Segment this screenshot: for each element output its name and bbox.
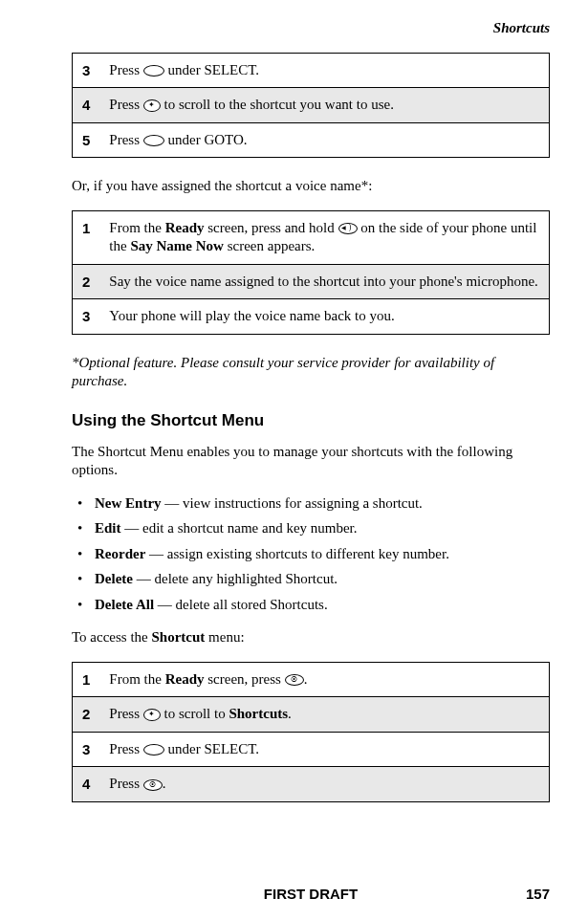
table-row: 3 Press under SELECT. — [73, 732, 549, 767]
step-text: From the Ready screen, press ⦿. — [99, 663, 549, 697]
text-bold: Shortcut — [152, 629, 206, 645]
nav-icon — [143, 99, 161, 112]
text-span: under SELECT. — [164, 741, 259, 756]
desc: — delete any highlighted Shortcut. — [133, 571, 338, 586]
step-text: Say the voice name assigned to the short… — [99, 264, 549, 299]
speaker-icon — [338, 223, 358, 234]
text-span: Press — [109, 97, 142, 112]
step-number: 4 — [73, 88, 99, 123]
term: Reorder — [95, 546, 145, 561]
text-span: . — [163, 776, 166, 791]
list-item: Reorder — assign existing shortcuts to d… — [72, 545, 550, 564]
subheading: Using the Shortcut Menu — [72, 410, 550, 431]
access-intro: To access the Shortcut menu: — [72, 628, 550, 647]
button-icon — [143, 744, 164, 756]
steps-table-3: 1 From the Ready screen, press ⦿. 2 Pres… — [72, 662, 550, 802]
step-number: 2 — [73, 264, 99, 299]
text-span: Press — [109, 132, 142, 147]
text-span: Press — [109, 706, 142, 721]
text-span: menu: — [205, 629, 244, 645]
page-number: 157 — [526, 885, 550, 904]
table-row: 1 From the Ready screen, press ⦿. — [73, 663, 549, 697]
text-span: From the — [109, 671, 164, 687]
step-text: Press to scroll to Shortcuts. — [99, 697, 549, 733]
menu-icon: ⦿ — [285, 674, 304, 686]
draft-label: FIRST DRAFT — [264, 885, 358, 904]
step-text: Press under GOTO. — [99, 122, 549, 157]
step-number: 1 — [73, 663, 99, 697]
text-span: . — [304, 671, 308, 687]
table-row: 3 Your phone will play the voice name ba… — [73, 299, 549, 334]
steps-table-1: 3 Press under SELECT. 4 Press to scroll … — [72, 53, 550, 159]
intro-text: Or, if you have assigned the shortcut a … — [72, 177, 550, 196]
text-bold: Ready — [165, 671, 205, 687]
list-item: Delete All — delete all stored Shortcuts… — [72, 596, 550, 615]
button-icon — [143, 65, 164, 77]
step-text: Press to scroll to the shortcut you want… — [99, 88, 549, 123]
text-span: screen, press and hold — [205, 220, 338, 235]
term: New Entry — [95, 495, 162, 511]
table-row: 4 Press to scroll to the shortcut you wa… — [73, 88, 549, 123]
text-span: Press — [109, 62, 142, 77]
step-text: From the Ready screen, press and hold on… — [99, 211, 549, 265]
text-span: . — [288, 706, 292, 721]
text-span: under SELECT. — [164, 62, 259, 77]
nav-icon — [143, 709, 161, 721]
text-bold: Ready — [165, 220, 205, 235]
term: Edit — [95, 520, 121, 536]
term: Delete — [95, 571, 133, 586]
table-row: 2 Press to scroll to Shortcuts. — [73, 697, 549, 733]
text-span: Press — [109, 741, 142, 756]
step-number: 2 — [73, 697, 99, 733]
text-span: screen, press — [205, 671, 285, 687]
menu-icon: ⦿ — [143, 779, 163, 791]
text-span: From the — [109, 220, 164, 235]
step-number: 4 — [73, 767, 99, 801]
desc: — edit a shortcut name and key number. — [121, 520, 358, 536]
text-span: Press — [109, 776, 142, 791]
table-row: 5 Press under GOTO. — [73, 122, 549, 157]
text-span: screen appears. — [224, 238, 315, 253]
step-number: 3 — [73, 732, 99, 767]
list-item: New Entry — view instructions for assign… — [72, 494, 550, 514]
text-bold: Shortcuts — [229, 706, 288, 721]
page-footer: FIRST DRAFT 157 — [72, 885, 550, 904]
step-text: Press under SELECT. — [99, 732, 549, 767]
desc: — delete all stored Shortcuts. — [154, 597, 328, 612]
step-number: 5 — [73, 122, 99, 157]
step-text: Your phone will play the voice name back… — [99, 299, 549, 334]
step-text: Press ⦿. — [99, 767, 549, 801]
section-header: Shortcuts — [72, 19, 550, 38]
steps-table-2: 1 From the Ready screen, press and hold … — [72, 210, 550, 335]
step-text: Press under SELECT. — [99, 54, 549, 88]
desc: — assign existing shortcuts to different… — [145, 546, 449, 561]
table-row: 2 Say the voice name assigned to the sho… — [73, 264, 549, 299]
menu-intro: The Shortcut Menu enables you to manage … — [72, 443, 550, 480]
term: Delete All — [95, 597, 154, 612]
table-row: 1 From the Ready screen, press and hold … — [73, 211, 549, 265]
table-row: 4 Press ⦿. — [73, 767, 549, 801]
step-number: 1 — [73, 211, 99, 265]
table-row: 3 Press under SELECT. — [73, 54, 549, 88]
button-icon — [143, 135, 164, 146]
text-span: under GOTO. — [164, 132, 248, 147]
text-span: to scroll to — [161, 706, 229, 721]
text-span: To access the — [72, 629, 152, 645]
step-number: 3 — [73, 54, 99, 88]
text-bold: Say Name Now — [130, 238, 224, 253]
text-span: to scroll to the shortcut you want to us… — [161, 97, 394, 112]
desc: — view instructions for assigning a shor… — [162, 495, 423, 511]
list-item: Edit — edit a shortcut name and key numb… — [72, 519, 550, 538]
bullet-list: New Entry — view instructions for assign… — [72, 494, 550, 615]
list-item: Delete — delete any highlighted Shortcut… — [72, 570, 550, 589]
step-number: 3 — [73, 299, 99, 334]
footnote: *Optional feature. Please consult your s… — [72, 354, 550, 391]
